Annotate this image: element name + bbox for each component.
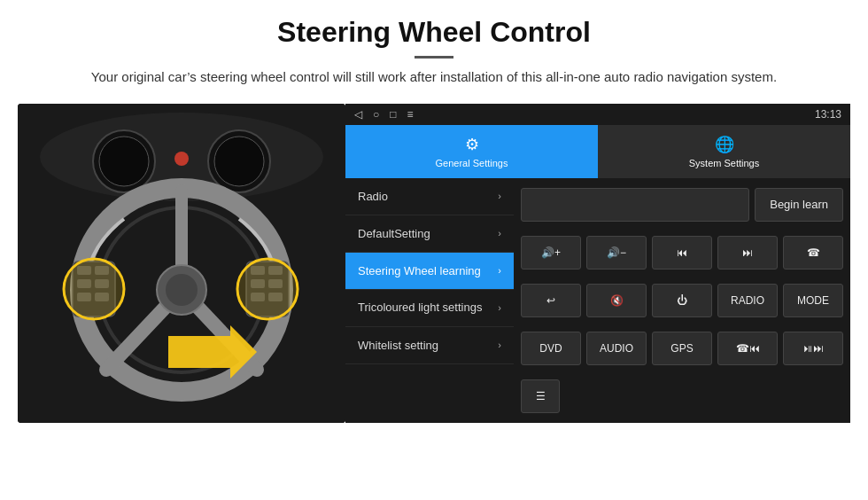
gear-icon: ⚙ xyxy=(465,135,479,154)
vol-up-icon: 🔊+ xyxy=(541,246,561,259)
menu-steering-label: Steering Wheel learning xyxy=(358,264,481,277)
audio-label: AUDIO xyxy=(600,342,633,355)
next-track-button[interactable]: ⏭ xyxy=(717,236,778,270)
mute-button[interactable]: 🔇 xyxy=(586,284,647,317)
tel-prev-icon: ☎⏮ xyxy=(736,342,760,355)
settings-area: Radio › DefaultSetting › Steering Wheel … xyxy=(345,178,850,423)
svg-point-3 xyxy=(99,137,149,186)
car-image xyxy=(18,104,345,423)
menu-whitelist-label: Whitelist setting xyxy=(358,339,438,352)
svg-point-5 xyxy=(214,137,264,186)
power-button[interactable]: ⏻ xyxy=(652,284,712,317)
mode-label: MODE xyxy=(797,294,829,307)
menu-tricoloured-label: Tricoloured light settings xyxy=(358,301,482,316)
svg-point-28 xyxy=(64,259,124,319)
home-icon[interactable]: ○ xyxy=(373,108,379,121)
menu-item-steering[interactable]: Steering Wheel learning › xyxy=(345,253,514,290)
menu-item-tricoloured[interactable]: Tricoloured light settings › xyxy=(345,290,514,327)
status-bar: ◁ ○ □ ≡ 13:13 xyxy=(345,104,850,125)
tab-system-settings[interactable]: 🌐 System Settings xyxy=(598,125,850,178)
chevron-icon: › xyxy=(498,302,501,313)
learn-input[interactable] xyxy=(521,188,749,222)
vol-down-button[interactable]: 🔊− xyxy=(586,236,647,270)
tab-general-label: General Settings xyxy=(436,158,508,168)
vol-down-icon: 🔊− xyxy=(607,246,626,259)
menu-radio-label: Radio xyxy=(358,190,388,203)
dvd-label: DVD xyxy=(539,342,562,355)
menu-default-label: DefaultSetting xyxy=(358,227,430,240)
list-icon: ☰ xyxy=(536,390,546,402)
list-button[interactable]: ☰ xyxy=(521,379,560,413)
gps-button[interactable]: GPS xyxy=(652,332,712,365)
skip-fwd-icon: ⏯⏭ xyxy=(802,342,824,355)
chevron-icon: › xyxy=(498,265,501,276)
control-row-1: 🔊+ 🔊− ⏮ ⏭ ☎ xyxy=(521,231,843,274)
menu-item-whitelist[interactable]: Whitelist setting › xyxy=(345,327,514,364)
hang-up-button[interactable]: ↩ xyxy=(521,284,581,317)
hangup-icon: ↩ xyxy=(546,294,555,307)
svg-point-6 xyxy=(174,152,189,166)
back-icon[interactable]: ◁ xyxy=(354,108,362,121)
page-title: Steering Wheel Control xyxy=(53,16,815,49)
mode-button[interactable]: MODE xyxy=(783,284,843,317)
control-row-3: DVD AUDIO GPS ☎⏮ ⏯⏭ xyxy=(521,327,843,370)
main-content: ◁ ○ □ ≡ 13:13 ⚙ General Settings 🌐 Syste… xyxy=(18,104,850,423)
control-row-4: ☰ xyxy=(521,375,843,418)
menu-item-default[interactable]: DefaultSetting › xyxy=(345,215,514,253)
phone-icon: ☎ xyxy=(807,246,820,259)
power-icon: ⏻ xyxy=(677,294,687,307)
tel-prev-button[interactable]: ☎⏮ xyxy=(717,332,778,365)
status-bar-nav: ◁ ○ □ ≡ xyxy=(354,108,414,121)
begin-learn-row: Begin learn xyxy=(521,184,843,226)
radio-button[interactable]: RADIO xyxy=(717,284,778,317)
vol-up-button[interactable]: 🔊+ xyxy=(521,236,581,270)
menu-icon[interactable]: ≡ xyxy=(407,108,414,121)
prev-track-button[interactable]: ⏮ xyxy=(652,236,712,270)
page-subtitle: Your original car’s steering wheel contr… xyxy=(53,67,815,88)
next-icon: ⏭ xyxy=(742,246,753,259)
system-icon: 🌐 xyxy=(715,135,734,154)
recents-icon[interactable]: □ xyxy=(390,108,396,121)
status-time: 13:13 xyxy=(815,108,841,121)
tab-bar: ⚙ General Settings 🌐 System Settings xyxy=(345,125,850,178)
control-row-2: ↩ 🔇 ⏻ RADIO MODE xyxy=(521,279,843,322)
radio-label: RADIO xyxy=(731,294,764,307)
chevron-icon: › xyxy=(498,340,501,350)
android-panel: ◁ ○ □ ≡ 13:13 ⚙ General Settings 🌐 Syste… xyxy=(345,104,850,423)
title-divider xyxy=(415,56,453,59)
gps-label: GPS xyxy=(670,342,693,355)
dvd-button[interactable]: DVD xyxy=(521,332,581,365)
audio-button[interactable]: AUDIO xyxy=(586,332,647,365)
svg-point-29 xyxy=(237,259,298,319)
car-image-bg xyxy=(18,104,345,423)
tab-general-settings[interactable]: ⚙ General Settings xyxy=(345,125,598,178)
control-panel: Begin learn 🔊+ 🔊− ⏮ ⏭ xyxy=(514,178,850,423)
tab-system-label: System Settings xyxy=(689,158,759,168)
settings-menu: Radio › DefaultSetting › Steering Wheel … xyxy=(345,178,514,423)
chevron-icon: › xyxy=(498,191,501,201)
menu-item-radio[interactable]: Radio › xyxy=(345,178,514,215)
chevron-icon: › xyxy=(498,228,501,238)
phone-button[interactable]: ☎ xyxy=(783,236,843,270)
page-header: Steering Wheel Control Your original car… xyxy=(0,0,868,97)
prev-icon: ⏮ xyxy=(677,246,687,259)
svg-point-13 xyxy=(166,274,198,306)
begin-learn-button[interactable]: Begin learn xyxy=(755,188,843,222)
mute-icon: 🔇 xyxy=(610,294,624,307)
skip-fwd-button[interactable]: ⏯⏭ xyxy=(783,332,843,365)
